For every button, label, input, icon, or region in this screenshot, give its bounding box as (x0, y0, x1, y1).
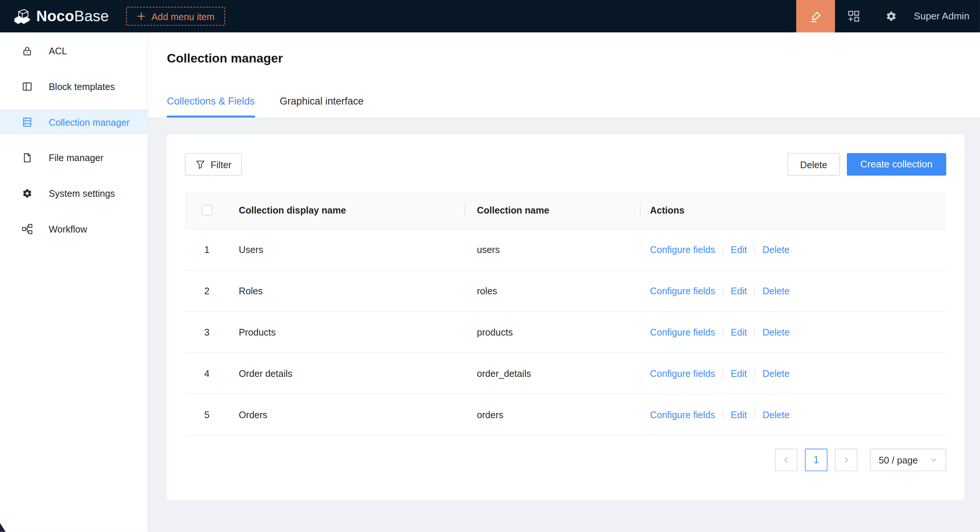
plus-icon (137, 12, 146, 21)
plugin-manager-button[interactable] (835, 0, 873, 32)
brand-text: NocoBase (36, 8, 109, 25)
gear-icon (21, 187, 32, 199)
row-index: 2 (185, 286, 229, 297)
column-header-collection-name: Collection name (465, 205, 640, 216)
sidebar-item-label: Block templates (49, 81, 115, 92)
sidebar-item-file-manager[interactable]: File manager (0, 145, 147, 170)
edit-link[interactable]: Edit (731, 368, 747, 379)
appstore-add-icon (848, 11, 859, 22)
header-checkbox-cell (185, 205, 229, 216)
delete-link[interactable]: Delete (763, 368, 790, 379)
main-area: Collection manager Collections & Fields … (148, 32, 980, 532)
row-collection-name: users (465, 245, 640, 255)
pagination-prev-button[interactable] (775, 449, 797, 471)
row-actions: Configure fields Edit Delete (640, 409, 946, 420)
sidebar-item-system-settings[interactable]: System settings (0, 180, 147, 205)
pagination: 1 50 / page (185, 449, 946, 471)
edit-link[interactable]: Edit (731, 286, 747, 297)
edit-link[interactable]: Edit (731, 409, 747, 420)
row-collection-name: order_details (465, 368, 640, 379)
sidebar-item-label: File manager (49, 152, 103, 163)
sidebar-item-label: Collection manager (49, 116, 129, 127)
row-actions: Configure fields Edit Delete (640, 368, 946, 379)
delete-link[interactable]: Delete (763, 409, 790, 420)
table-toolbar: Filter Delete Create collection (185, 153, 946, 176)
row-collection-name: roles (465, 286, 640, 297)
action-divider (754, 410, 755, 419)
lock-icon (21, 45, 32, 56)
page-header: Collection manager Collections & Fields … (148, 32, 980, 118)
column-header-actions: Actions (640, 205, 946, 216)
database-icon (21, 116, 32, 127)
sidebar-item-collection-manager[interactable]: Collection manager (0, 110, 147, 134)
sidebar-item-label: Workflow (49, 224, 87, 234)
page-size-select[interactable]: 50 / page (870, 449, 946, 471)
partition-icon (21, 223, 32, 234)
pagination-next-button[interactable] (835, 449, 857, 471)
gear-icon (886, 11, 897, 22)
sidebar-item-workflow[interactable]: Workflow (0, 216, 147, 241)
action-divider (754, 245, 755, 254)
delete-link[interactable]: Delete (763, 327, 790, 338)
sidebar-item-block-templates[interactable]: Block templates (0, 74, 147, 98)
nocobase-logo[interactable]: NocoBase (13, 7, 109, 25)
column-divider (640, 204, 641, 218)
edit-link[interactable]: Edit (731, 245, 747, 255)
topbar: NocoBase Add menu item (0, 0, 980, 32)
row-index: 3 (185, 327, 229, 338)
pagination-page-1[interactable]: 1 (805, 449, 827, 471)
design-mode-toggle-button[interactable] (796, 0, 835, 32)
highlighter-icon (809, 10, 822, 23)
edit-link[interactable]: Edit (731, 327, 747, 338)
column-header-display-name: Collection display name (229, 205, 465, 216)
table-header-row: Collection display name Collection name … (185, 192, 946, 230)
user-menu[interactable]: Super Admin (914, 11, 969, 22)
configure-fields-link[interactable]: Configure fields (650, 368, 715, 379)
collections-card: Filter Delete Create collection Collecti… (167, 134, 964, 500)
chevron-right-icon (842, 456, 851, 465)
row-display-name: Products (229, 327, 465, 338)
configure-fields-link[interactable]: Configure fields (650, 409, 715, 420)
row-display-name: Roles (229, 286, 465, 297)
configure-fields-link[interactable]: Configure fields (650, 245, 715, 255)
body-layout: ACL Block templates Collection manager (0, 32, 980, 532)
table-row: 3 Products products Configure fields Edi… (185, 312, 946, 353)
delete-link[interactable]: Delete (763, 245, 790, 255)
row-display-name: Orders (229, 409, 465, 420)
tab-graphical-interface[interactable]: Graphical interface (280, 95, 364, 118)
row-index: 4 (185, 368, 229, 379)
row-actions: Configure fields Edit Delete (640, 327, 946, 338)
file-icon (21, 152, 32, 163)
table-row: 1 Users users Configure fields Edit Dele… (185, 229, 946, 270)
sidebar-item-label: ACL (49, 45, 67, 56)
configure-fields-link[interactable]: Configure fields (650, 327, 715, 338)
sidebar-item-acl[interactable]: ACL (0, 38, 147, 63)
column-divider (465, 204, 465, 218)
cube-3d-icon (13, 7, 31, 25)
add-menu-item-button[interactable]: Add menu item (127, 7, 225, 25)
configure-fields-link[interactable]: Configure fields (650, 286, 715, 297)
delete-link[interactable]: Delete (763, 286, 790, 297)
tab-collections-and-fields[interactable]: Collections & Fields (167, 95, 255, 118)
action-divider (754, 286, 755, 295)
bulk-delete-button[interactable]: Delete (788, 153, 840, 176)
sidebar-item-label: System settings (49, 188, 115, 199)
row-index: 1 (185, 245, 229, 255)
system-settings-topbar-button[interactable] (872, 0, 910, 32)
table-row: 4 Order details order_details Configure … (185, 353, 946, 394)
create-collection-button[interactable]: Create collection (846, 153, 946, 176)
row-index: 5 (185, 409, 229, 420)
chevron-down-icon (930, 456, 938, 464)
action-divider (754, 328, 755, 337)
action-divider (722, 286, 723, 295)
action-divider (754, 369, 755, 378)
funnel-icon (196, 160, 205, 169)
action-divider (722, 369, 723, 378)
row-display-name: Order details (229, 368, 465, 379)
tab-bar: Collections & Fields Graphical interface (167, 95, 961, 118)
layout-icon (21, 81, 32, 92)
filter-button[interactable]: Filter (185, 153, 242, 176)
select-all-checkbox[interactable] (202, 205, 212, 216)
table-row: 2 Roles roles Configure fields Edit Dele… (185, 270, 946, 312)
row-collection-name: orders (465, 409, 640, 420)
